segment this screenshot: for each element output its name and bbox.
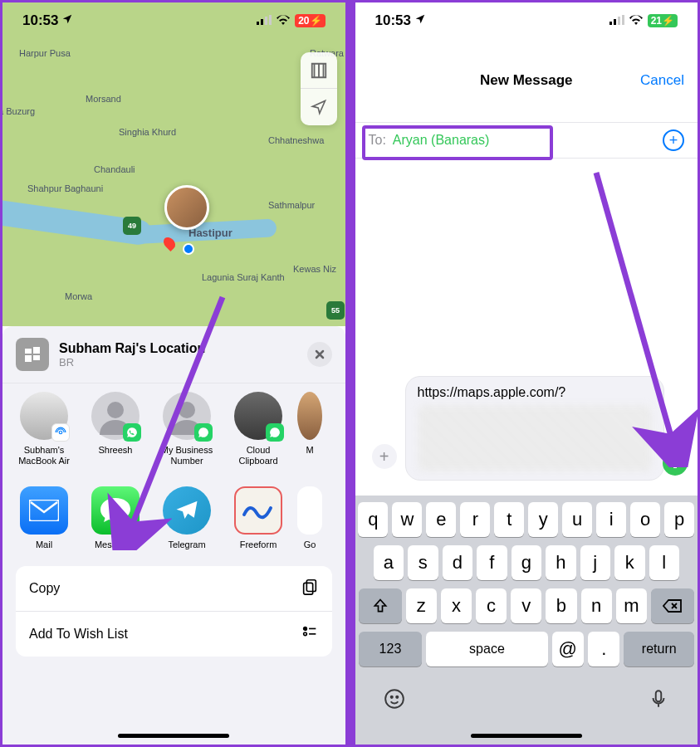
svg-point-26 bbox=[396, 696, 398, 698]
share-contact[interactable]: Shreesh bbox=[87, 392, 144, 466]
shift-key[interactable] bbox=[359, 588, 402, 623]
dot-key[interactable]: . bbox=[588, 632, 619, 666]
share-app-messages[interactable]: Messages bbox=[87, 486, 144, 549]
key-l[interactable]: l bbox=[649, 545, 680, 580]
key-b[interactable]: b bbox=[546, 588, 576, 623]
to-field[interactable]: To: Aryan (Banaras) + bbox=[355, 122, 698, 159]
copy-icon bbox=[301, 578, 319, 599]
close-button[interactable] bbox=[307, 342, 332, 367]
svg-point-9 bbox=[107, 402, 124, 418]
map-place-label: Lagunia Suraj Kanth bbox=[202, 272, 285, 282]
numbers-key[interactable]: 123 bbox=[359, 632, 423, 666]
key-s[interactable]: s bbox=[408, 545, 438, 580]
map-place-label: Hastipur bbox=[188, 227, 233, 239]
svg-rect-5 bbox=[33, 347, 40, 354]
emoji-button[interactable] bbox=[384, 688, 405, 715]
share-app-freeform[interactable]: Freeform bbox=[230, 486, 286, 549]
key-f[interactable]: f bbox=[477, 545, 507, 580]
key-i[interactable]: i bbox=[596, 502, 626, 537]
key-h[interactable]: h bbox=[546, 545, 576, 580]
map-locate-button[interactable] bbox=[301, 89, 337, 125]
action-copy[interactable]: Copy bbox=[16, 566, 332, 612]
keyboard: qwertyuiop asdfghjkl zxcvbnm 123 space @… bbox=[355, 496, 698, 745]
status-bar: 10:53 21⚡ bbox=[355, 2, 698, 39]
message-input[interactable]: https://maps.apple.com/? bbox=[405, 376, 665, 481]
map-layers-button[interactable] bbox=[301, 52, 337, 89]
action-wishlist[interactable]: Add To Wish List bbox=[16, 612, 332, 657]
map-view[interactable]: Harpur Pusa Morsand Singhia Khurd Chanda… bbox=[2, 2, 345, 326]
svg-rect-3 bbox=[269, 15, 272, 25]
key-a[interactable]: a bbox=[374, 545, 404, 580]
action-label: Add To Wish List bbox=[29, 627, 128, 642]
share-app-mail[interactable]: Mail bbox=[16, 486, 72, 549]
key-e[interactable]: e bbox=[426, 502, 456, 537]
map-place-label: Singhia Khurd bbox=[119, 127, 176, 137]
key-q[interactable]: q bbox=[358, 502, 388, 537]
share-app-more[interactable]: Go bbox=[301, 486, 318, 549]
at-key[interactable]: @ bbox=[552, 632, 584, 666]
telegram-icon bbox=[163, 486, 211, 535]
app-label: Freeform bbox=[240, 540, 277, 549]
svg-rect-21 bbox=[618, 17, 620, 25]
key-x[interactable]: x bbox=[441, 588, 472, 623]
key-u[interactable]: u bbox=[562, 502, 592, 537]
home-indicator[interactable] bbox=[118, 734, 229, 738]
map-place-label: Shahpur Baghauni bbox=[27, 183, 103, 193]
add-recipient-button[interactable]: + bbox=[663, 129, 684, 151]
share-contact[interactable]: Subham's MacBook Air bbox=[16, 392, 72, 466]
key-y[interactable]: y bbox=[528, 502, 558, 537]
space-key[interactable]: space bbox=[426, 632, 547, 666]
key-t[interactable]: t bbox=[494, 502, 524, 537]
avatar bbox=[20, 392, 68, 440]
keyboard-row: asdfghjkl bbox=[359, 545, 695, 580]
svg-point-24 bbox=[385, 690, 404, 708]
share-contact[interactable]: My Business Number bbox=[159, 392, 215, 466]
contact-label: My Business Number bbox=[159, 445, 215, 466]
key-k[interactable]: k bbox=[614, 545, 645, 580]
key-o[interactable]: o bbox=[630, 502, 660, 537]
backspace-key[interactable] bbox=[651, 588, 694, 623]
key-w[interactable]: w bbox=[392, 502, 422, 537]
key-p[interactable]: p bbox=[664, 502, 694, 537]
key-d[interactable]: d bbox=[443, 545, 473, 580]
cancel-button[interactable]: Cancel bbox=[640, 72, 684, 89]
share-app-telegram[interactable]: Telegram bbox=[159, 486, 215, 549]
map-place-label: Morwa bbox=[65, 291, 92, 301]
svg-rect-7 bbox=[33, 355, 40, 360]
route-badge: 49 bbox=[123, 217, 141, 235]
add-attachment-button[interactable]: + bbox=[372, 444, 397, 469]
key-m[interactable]: m bbox=[616, 588, 647, 623]
whatsapp-icon bbox=[123, 423, 141, 442]
key-v[interactable]: v bbox=[511, 588, 541, 623]
key-j[interactable]: j bbox=[580, 545, 611, 580]
send-button[interactable] bbox=[663, 451, 688, 476]
user-avatar-pin[interactable] bbox=[164, 185, 209, 230]
dictation-button[interactable] bbox=[648, 688, 669, 715]
location-card-icon bbox=[16, 338, 49, 371]
map-place-label: Kewas Niz bbox=[293, 264, 336, 274]
recipient-chip[interactable]: Aryan (Banaras) bbox=[393, 133, 490, 148]
key-n[interactable]: n bbox=[581, 588, 612, 623]
contact-label: Shreesh bbox=[99, 445, 133, 456]
key-c[interactable]: c bbox=[476, 588, 507, 623]
contact-label: Cloud Clipboard bbox=[230, 445, 286, 466]
svg-rect-27 bbox=[656, 691, 662, 701]
svg-rect-19 bbox=[609, 22, 612, 25]
share-contact[interactable]: M bbox=[301, 392, 318, 466]
key-z[interactable]: z bbox=[406, 588, 437, 623]
bolt-icon: ⚡ bbox=[310, 15, 322, 27]
return-key[interactable]: return bbox=[624, 632, 694, 666]
contact-label: Subham's MacBook Air bbox=[16, 445, 72, 466]
svg-point-14 bbox=[303, 627, 306, 631]
home-indicator[interactable] bbox=[471, 734, 582, 738]
map-place-label: a Buzurg bbox=[2, 106, 35, 116]
status-bar: 10:53 20⚡ bbox=[2, 2, 345, 39]
location-arrow-icon bbox=[61, 12, 73, 29]
app-label: Telegram bbox=[168, 540, 205, 549]
keyboard-row: qwertyuiop bbox=[359, 502, 695, 537]
key-r[interactable]: r bbox=[460, 502, 490, 537]
key-g[interactable]: g bbox=[512, 545, 542, 580]
share-contact[interactable]: Cloud Clipboard bbox=[230, 392, 286, 466]
keyboard-row: 123 space @ . return bbox=[359, 632, 695, 666]
wifi-icon bbox=[629, 12, 643, 29]
